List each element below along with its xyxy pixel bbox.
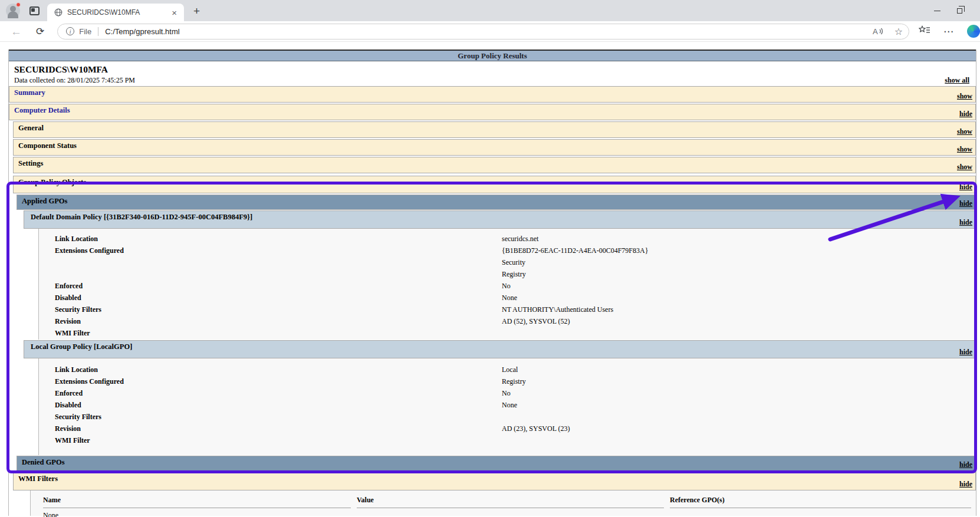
table-row: None	[31, 511, 976, 517]
address-bar[interactable]: i File C:/Temp/gpresult.html A ☆	[57, 24, 909, 39]
detail-label: WMI Filter	[39, 434, 502, 446]
section-settings: Settings show	[13, 157, 976, 173]
browser-tab[interactable]: SECURIDCS\W10MFA ×	[47, 4, 184, 21]
notification-dot	[16, 2, 21, 7]
denied-gpos-toggle-link[interactable]: hide	[959, 460, 972, 469]
section-title: Settings	[14, 157, 975, 168]
section-title: Default Domain Policy [{31B2F340-016D-11…	[24, 211, 975, 222]
detail-value: {B1BE8D72-6EAC-11D2-A4EA-00C04F79F83A}	[502, 245, 976, 256]
section-group-policy-objects: Group Policy Objects hide	[13, 176, 976, 193]
section-summary: Summary show	[9, 86, 976, 103]
restore-window-icon[interactable]	[957, 8, 962, 14]
table-cell: None	[43, 511, 58, 517]
detail-row: Link Location securidcs.net	[39, 233, 976, 245]
detail-value: Security	[502, 256, 976, 268]
ddp-details: Link Location securidcs.net Extensions C…	[38, 229, 976, 340]
general-toggle-link[interactable]: show	[957, 127, 972, 136]
detail-label: Extensions Configured	[39, 245, 502, 280]
favorites-bar-icon[interactable]	[919, 25, 930, 37]
section-title: Local Group Policy [LocalGPO]	[24, 341, 975, 351]
detail-row: Security Filters	[39, 411, 976, 423]
data-collected-text: Data collected on: 28/01/2025 7:45:25 PM	[14, 76, 135, 85]
component-status-toggle-link[interactable]: show	[957, 145, 972, 154]
gpo-toggle-link[interactable]: hide	[959, 183, 972, 192]
section-denied-gpos: Denied GPOs hide	[17, 456, 976, 471]
local-gpo-details: Link Location Local Extensions Configure…	[38, 358, 976, 455]
settings-toggle-link[interactable]: show	[957, 163, 972, 172]
minimize-icon[interactable]	[934, 11, 940, 11]
computer-details-toggle-link[interactable]: hide	[959, 110, 972, 118]
section-general: General show	[13, 121, 976, 138]
globe-favicon-icon	[54, 8, 63, 17]
detail-row: Extensions Configured {B1BE8D72-6EAC-11D…	[39, 245, 976, 280]
reload-icon[interactable]: ⟳	[31, 27, 49, 37]
detail-value: No	[502, 387, 976, 399]
detail-value: Local	[502, 364, 976, 376]
detail-row: Disabled None	[39, 399, 976, 411]
wmi-filters-toggle-link[interactable]: hide	[959, 480, 972, 489]
detail-value: AD (23), SYSVOL (23)	[502, 423, 976, 434]
new-tab-icon[interactable]: +	[190, 5, 203, 18]
tab-title: SECURIDCS\W10MFA	[67, 8, 169, 17]
section-computer-details: Computer Details hide	[9, 104, 976, 120]
detail-row: WMI Filter	[39, 434, 976, 446]
column-header-name: Name	[43, 496, 351, 508]
show-all-link[interactable]: show all	[945, 76, 972, 85]
detail-label: Link Location	[39, 364, 502, 376]
detail-label: Security Filters	[39, 304, 502, 315]
detail-row: Enforced No	[39, 387, 976, 399]
column-header-value: Value	[357, 496, 664, 508]
gpresult-report: Group Policy Results SECURIDCS\W10MFA Da…	[8, 50, 976, 516]
detail-label: Disabled	[39, 399, 502, 411]
svg-text:A: A	[873, 27, 878, 36]
computer-name: SECURIDCS\W10MFA	[14, 64, 972, 75]
section-applied-gpos: Applied GPOs hide	[17, 195, 976, 210]
detail-row: Security Filters NT AUTHORITY\Authentica…	[39, 304, 976, 315]
detail-label: Extensions Configured	[39, 376, 502, 387]
browser-tab-strip: SECURIDCS\W10MFA × +	[0, 0, 980, 21]
close-tab-icon[interactable]: ×	[169, 7, 179, 18]
favorite-star-icon[interactable]: ☆	[895, 26, 903, 37]
browser-extra-icon[interactable]	[967, 25, 980, 38]
detail-value: NT AUTHORITY\Authenticated Users	[502, 304, 976, 315]
url-text[interactable]: C:/Temp/gpresult.html	[105, 27, 861, 36]
more-options-icon[interactable]: ⋯	[943, 25, 954, 38]
detail-row: Disabled None	[39, 292, 976, 304]
table-header-row: Name Value Reference GPO(s)	[31, 496, 976, 508]
local-gpo-toggle-link[interactable]: hide	[959, 348, 972, 357]
section-title: Computer Details	[9, 104, 975, 115]
section-local-group-policy: Local Group Policy [LocalGPO] hide	[24, 340, 976, 358]
detail-label: Enforced	[39, 387, 502, 399]
section-title: General	[14, 122, 975, 133]
page-info-icon[interactable]: i	[66, 27, 74, 35]
detail-row: Link Location Local	[39, 364, 976, 376]
applied-gpos-toggle-link[interactable]: hide	[959, 199, 972, 208]
detail-row: Revision AD (23), SYSVOL (23)	[39, 423, 976, 434]
detail-label: Security Filters	[39, 411, 502, 423]
detail-value: None	[502, 292, 976, 304]
page-content: Group Policy Results SECURIDCS\W10MFA Da…	[0, 50, 980, 517]
tab-actions-icon[interactable]	[29, 6, 40, 15]
detail-value: securidcs.net	[502, 233, 976, 245]
detail-label: Revision	[39, 315, 502, 327]
wmi-filters-table: Name Value Reference GPO(s) None	[30, 490, 976, 516]
report-banner: Group Policy Results	[9, 50, 976, 61]
report-title: Group Policy Results	[458, 51, 527, 60]
section-title: Applied GPOs	[17, 195, 975, 206]
detail-label: Revision	[39, 423, 502, 434]
url-divider	[98, 27, 98, 36]
back-icon[interactable]: ←	[6, 26, 27, 37]
summary-toggle-link[interactable]: show	[957, 92, 972, 101]
detail-value: Registry	[502, 376, 976, 387]
detail-row: Enforced No	[39, 280, 976, 292]
section-component-status: Component Status show	[13, 139, 976, 156]
detail-value: AD (52), SYSVOL (52)	[502, 315, 976, 327]
detail-row: Revision AD (52), SYSVOL (52)	[39, 315, 976, 327]
detail-value: Registry	[502, 268, 976, 280]
browser-toolbar: ← ⟳ i File C:/Temp/gpresult.html A ☆ ⋯	[0, 21, 980, 42]
section-title: Denied GPOs	[17, 456, 975, 467]
detail-value: No	[502, 280, 976, 292]
ddp-toggle-link[interactable]: hide	[959, 218, 972, 227]
detail-label: WMI Filter	[39, 327, 502, 339]
read-aloud-icon[interactable]: A	[872, 27, 884, 36]
